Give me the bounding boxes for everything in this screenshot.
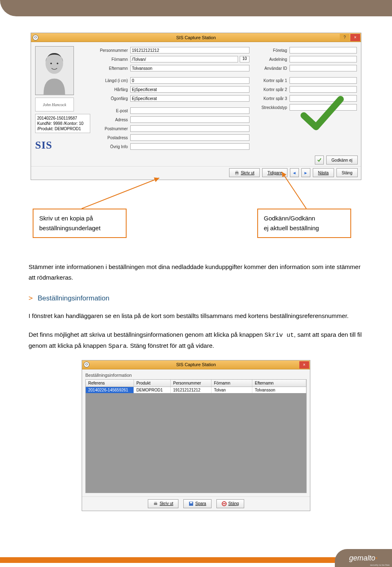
approve-toggle-icon[interactable] bbox=[315, 156, 324, 165]
callout-right: Godkänn/Godkänn ej aktuell beställning bbox=[257, 209, 351, 238]
label-fornamn: Förnamn bbox=[94, 57, 130, 62]
prev-arrow-button[interactable]: ◄ bbox=[290, 168, 299, 177]
input-kortnr2[interactable] bbox=[290, 86, 357, 93]
stang-button[interactable]: Stäng bbox=[336, 168, 358, 177]
label-adress: Adress bbox=[94, 118, 130, 122]
input-postadress[interactable] bbox=[130, 134, 249, 141]
nasta-button[interactable]: Nästa bbox=[313, 168, 334, 177]
label-ovriginfo: Övrig Info bbox=[94, 145, 130, 149]
page-footer: gemalto× security to be free bbox=[0, 549, 392, 567]
callout-left: Skriv ut en kopia på beställningsunderla… bbox=[33, 209, 127, 238]
input-fornamn[interactable] bbox=[130, 56, 238, 62]
callout-left-line2: beställningsunderlaget bbox=[39, 223, 120, 233]
close-button[interactable]: × bbox=[350, 34, 360, 41]
svg-point-2 bbox=[50, 62, 52, 64]
label-avdelning: Avdelning bbox=[253, 57, 290, 62]
label-postnummer: Postnummer bbox=[94, 127, 130, 131]
label-kortnr1: Kortnr spår 1 bbox=[253, 78, 290, 83]
app-window-orderinfo: O SIS Capture Station × Beställningsinfo… bbox=[82, 360, 310, 511]
person-photo-icon bbox=[36, 47, 74, 95]
sis-logo: SIS bbox=[35, 139, 90, 151]
stang-button-2[interactable]: Stäng bbox=[216, 499, 244, 508]
input-adress[interactable] bbox=[130, 116, 249, 123]
printer-icon bbox=[153, 501, 158, 506]
label-anvandarid: Användar ID bbox=[253, 66, 290, 71]
input-harfarg[interactable] bbox=[130, 86, 249, 93]
next-arrow-button[interactable]: ► bbox=[301, 168, 310, 177]
callout-right-line1: Godkänn/Godkänn bbox=[264, 213, 345, 223]
cell-produkt: DEMOPROD1 bbox=[134, 387, 171, 393]
input-ovriginfo[interactable] bbox=[130, 143, 249, 150]
callout-left-line1: Skriv ut en kopia på bbox=[39, 213, 120, 223]
input-langd[interactable] bbox=[130, 77, 249, 84]
cell-efternamn: Tolvansson bbox=[252, 387, 306, 393]
input-efternamn[interactable] bbox=[130, 65, 249, 71]
callout-right-line2: ej aktuell beställning bbox=[264, 223, 345, 233]
signature-image: John Hancock bbox=[35, 98, 74, 111]
label-epost: E-post bbox=[94, 109, 130, 113]
table-header: Referens Produkt Personnummer Förnamn Ef… bbox=[85, 379, 307, 387]
svg-rect-6 bbox=[236, 173, 238, 175]
order-meta: KundNr: 9998 /Kontor: 10 /Produkt: DEMOP… bbox=[37, 121, 88, 131]
list-caption: Beställningsinformation bbox=[85, 373, 307, 378]
label-streckkod: Streckkodstyp bbox=[253, 105, 290, 110]
input-personnummer[interactable] bbox=[130, 47, 249, 53]
printer-icon bbox=[234, 170, 239, 175]
order-info-box: 20140226-150119587 KundNr: 9998 /Kontor:… bbox=[35, 114, 90, 133]
spara-button[interactable]: Spara bbox=[183, 499, 212, 508]
svg-point-3 bbox=[57, 62, 58, 64]
save-icon bbox=[189, 501, 194, 506]
cell-fornamn: Tolvan bbox=[212, 387, 252, 393]
table-row[interactable]: 20140226-145659261 DEMOPROD1 19121212121… bbox=[86, 387, 306, 393]
skriv-ut-button[interactable]: Skriv ut bbox=[229, 168, 260, 177]
label-kortnr2: Kortnr spår 2 bbox=[253, 87, 290, 92]
titlebar: O SIS Capture Station ? × bbox=[31, 33, 361, 42]
godkann-ej-button[interactable]: Godkänn ej bbox=[326, 156, 358, 165]
input-kortnr1[interactable] bbox=[290, 77, 357, 84]
footer-bar bbox=[0, 557, 392, 563]
svg-rect-12 bbox=[190, 502, 192, 503]
input-ogonfarg[interactable] bbox=[130, 95, 249, 102]
photo-thumbnail bbox=[35, 46, 74, 95]
col-referens[interactable]: Referens bbox=[86, 380, 134, 387]
col-fornamn[interactable]: Förnamn bbox=[212, 380, 252, 387]
col-produkt[interactable]: Produkt bbox=[134, 380, 171, 387]
checkmark-icon bbox=[300, 95, 345, 132]
fornamn-count: 10 bbox=[240, 56, 249, 62]
input-foretag[interactable] bbox=[290, 47, 357, 53]
label-foretag: Företag bbox=[253, 48, 290, 53]
input-anvandarid[interactable] bbox=[290, 65, 357, 71]
cell-referens: 20140226-145659261 bbox=[86, 387, 134, 393]
order-id: 20140226-150119587 bbox=[37, 116, 88, 121]
window-title: SIS Capture Station bbox=[31, 35, 361, 40]
svg-rect-9 bbox=[154, 503, 157, 505]
table-body[interactable]: 20140226-145659261 DEMOPROD1 19121212121… bbox=[85, 387, 307, 493]
input-postnummer[interactable] bbox=[130, 125, 249, 132]
app-window-main: O SIS Capture Station ? × bbox=[31, 33, 361, 180]
help-button[interactable]: ? bbox=[340, 34, 350, 41]
paragraph-1: Stämmer inte informationen i beställning… bbox=[29, 262, 363, 282]
svg-rect-10 bbox=[154, 502, 157, 503]
brand-logo: gemalto× security to be free bbox=[335, 549, 392, 567]
svg-line-7 bbox=[82, 178, 159, 209]
tidigare-button[interactable]: Tidigare bbox=[262, 168, 287, 177]
input-epost[interactable] bbox=[130, 107, 249, 114]
label-kortnr3: Kortnr spår 3 bbox=[253, 96, 290, 101]
chevron-icon: > bbox=[29, 294, 33, 302]
cell-personnummer: 191212121212 bbox=[171, 387, 212, 393]
input-avdelning[interactable] bbox=[290, 56, 357, 62]
paragraph-3: Det finns möjlighet att skriva ut bestäl… bbox=[29, 329, 363, 352]
titlebar-2: O SIS Capture Station × bbox=[82, 360, 310, 369]
label-personnummer: Personnummer bbox=[94, 48, 130, 53]
window-title-2: SIS Capture Station bbox=[82, 362, 310, 367]
callout-diagram: Skriv ut en kopia på beställningsunderla… bbox=[29, 184, 363, 249]
stop-icon bbox=[222, 501, 227, 506]
skriv-ut-button-2[interactable]: Skriv ut bbox=[148, 499, 178, 508]
svg-rect-5 bbox=[236, 171, 238, 172]
col-efternamn[interactable]: Efternamn bbox=[252, 380, 306, 387]
col-personnummer[interactable]: Personnummer bbox=[171, 380, 212, 387]
section-heading: >Beställningsinformation bbox=[29, 294, 363, 302]
page-top-band bbox=[0, 0, 392, 16]
close-button-2[interactable]: × bbox=[299, 361, 309, 369]
label-harfarg: Hårfärg bbox=[94, 87, 130, 92]
